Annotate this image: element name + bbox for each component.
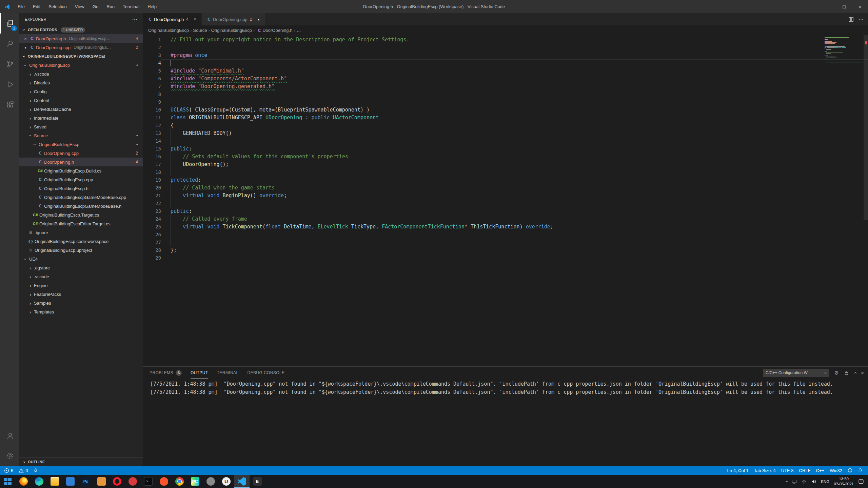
taskbar-edge[interactable]: [31, 475, 47, 488]
taskbar-pycharm[interactable]: PC: [187, 475, 203, 488]
outline-header[interactable]: › OUTLINE: [19, 457, 143, 466]
folder-OriginalBuildingEscp[interactable]: ›OriginalBuildingEscp●: [19, 140, 143, 149]
action-center-icon[interactable]: [858, 479, 864, 484]
taskbar-app-gray[interactable]: [203, 475, 218, 488]
close-button[interactable]: ×: [852, 0, 868, 13]
folder-.egstore[interactable]: ›.egstore: [19, 263, 143, 272]
panel-tab-problems[interactable]: PROBLEMS6: [150, 367, 182, 379]
status-language-mode[interactable]: C++: [813, 466, 827, 475]
breadcrumb-item[interactable]: OriginalBuildingEscp: [148, 28, 189, 33]
activity-source-control[interactable]: [0, 54, 19, 74]
file-OriginalBuildingEscp.code-workspace[interactable]: {}OriginalBuildingEscp.code-workspace: [19, 237, 143, 246]
volume-icon[interactable]: [811, 479, 816, 484]
taskbar-chrome[interactable]: [172, 475, 187, 488]
activity-explorer[interactable]: 1: [0, 13, 19, 34]
open-editor-item[interactable]: ●CDoorOpening.cppOriginalBuildingEs…2: [19, 43, 143, 52]
file-OriginalBuildingEscp.Target.cs[interactable]: C#OriginalBuildingEscp.Target.cs: [19, 210, 143, 219]
activity-accounts[interactable]: [0, 425, 19, 446]
file-DoorOpening.h[interactable]: CDoorOpening.h4: [19, 158, 143, 166]
folder-Config[interactable]: ›Config: [19, 87, 143, 96]
maximize-button[interactable]: □: [836, 0, 852, 13]
modified-dot-icon[interactable]: ●: [22, 46, 29, 49]
close-panel-icon[interactable]: ×: [861, 370, 864, 376]
file-.ignore[interactable]: ≡.ignore: [19, 228, 143, 237]
file-OriginalBuildingEscp.uproject[interactable]: ≡OriginalBuildingEscp.uproject: [19, 246, 143, 255]
file-OriginalBuildingEscp.Build.cs[interactable]: C#OriginalBuildingEscp.Build.cs: [19, 166, 143, 175]
folder-Engine[interactable]: ›Engine: [19, 281, 143, 290]
status-encoding[interactable]: UTF-8: [778, 466, 796, 475]
file-OriginalBuildingEscpEditor.Target.cs[interactable]: C#OriginalBuildingEscpEditor.Target.cs: [19, 219, 143, 228]
status-notifications[interactable]: [855, 466, 865, 475]
menu-run[interactable]: Run: [102, 0, 119, 13]
status-build-target[interactable]: Win32: [827, 466, 845, 475]
status-eol[interactable]: CRLF: [796, 466, 813, 475]
activity-run-debug[interactable]: [0, 74, 19, 95]
taskbar-folder-app[interactable]: [94, 475, 109, 488]
close-editor-icon[interactable]: ×: [22, 36, 29, 41]
open-editors-header[interactable]: › OPEN EDITORS 1 UNSAVED: [19, 25, 143, 34]
menu-file[interactable]: File: [14, 0, 29, 13]
open-editor-item[interactable]: ×CDoorOpening.hOriginalBuildingEscp…4: [19, 34, 143, 43]
maximize-panel-icon[interactable]: ›: [852, 372, 858, 374]
folder-Content[interactable]: ›Content: [19, 96, 143, 105]
folder-Templates[interactable]: ›Templates: [19, 307, 143, 316]
status-warnings[interactable]: 0: [16, 466, 31, 475]
file-OriginalBuildingEscp.cpp[interactable]: COriginalBuildingEscp.cpp: [19, 175, 143, 184]
sidebar-more-actions-icon[interactable]: ⋯: [132, 16, 138, 22]
clear-output-icon[interactable]: ⊘: [834, 370, 839, 376]
split-editor-icon[interactable]: [849, 17, 853, 22]
folder-.vscode[interactable]: ›.vscode: [19, 272, 143, 281]
editor-scrollbar[interactable]: [864, 35, 868, 220]
panel-tab-output[interactable]: OUTPUT: [191, 367, 208, 379]
status-cursor-position[interactable]: Ln 4, Col 1: [725, 466, 751, 475]
taskbar-file-explorer[interactable]: [47, 475, 62, 488]
hidden-icons-chevron-icon[interactable]: ›: [784, 481, 789, 482]
folder-Intermediate[interactable]: ›Intermediate: [19, 114, 143, 122]
folder-FeaturePacks[interactable]: ›FeaturePacks: [19, 290, 143, 299]
editor-more-actions-icon[interactable]: ⋯: [859, 17, 863, 22]
start-button[interactable]: [0, 475, 16, 488]
clock[interactable]: 13:59 07-05-2021: [834, 476, 854, 487]
activity-extensions[interactable]: [0, 95, 19, 115]
breadcrumb-item[interactable]: OriginalBuildingEscp: [211, 28, 252, 33]
modified-dot-icon[interactable]: ●: [255, 18, 261, 21]
minimap[interactable]: [825, 37, 863, 67]
status-feedback[interactable]: [845, 466, 855, 475]
file-OriginalBuildingEscpGameModeBase.cpp[interactable]: COriginalBuildingEscpGameModeBase.cpp: [19, 193, 143, 202]
panel-tab-debug-console[interactable]: DEBUG CONSOLE: [248, 367, 285, 379]
network-icon[interactable]: [791, 479, 797, 484]
menu-edit[interactable]: Edit: [29, 0, 44, 13]
folder-Source[interactable]: ›Source●: [19, 131, 143, 140]
workspace-header[interactable]: › ORIGINALBUILDINGESCP (WORKSPACE): [19, 52, 143, 61]
taskbar-terminal[interactable]: >_: [140, 475, 156, 488]
file-OriginalBuildingEscpGameModeBase.h[interactable]: COriginalBuildingEscpGameModeBase.h: [19, 202, 143, 210]
taskbar-brave[interactable]: [156, 475, 172, 488]
activity-settings[interactable]: [0, 446, 19, 466]
close-icon[interactable]: ×: [192, 17, 198, 22]
language-indicator[interactable]: ENG: [821, 480, 829, 484]
editor-surface[interactable]: 1// Fill out your copyright notice in th…: [143, 35, 868, 366]
folder-Binaries[interactable]: ›Binaries: [19, 78, 143, 87]
minimize-button[interactable]: ─: [820, 0, 836, 13]
breadcrumb-item[interactable]: CDoorOpening.h: [256, 28, 292, 33]
status-errors[interactable]: 6: [1, 466, 16, 475]
folder-.vscode[interactable]: ›.vscode: [19, 69, 143, 78]
panel-tab-terminal[interactable]: TERMINAL: [217, 367, 239, 379]
tab-DoorOpening.h[interactable]: CDoorOpening.h4×: [143, 13, 202, 25]
output-log[interactable]: [7/5/2021, 1:48:38 pm] "DoorOpening.cpp"…: [143, 379, 868, 396]
folder-OriginalBuildingEscp[interactable]: ›OriginalBuildingEscp●: [19, 61, 143, 69]
menu-terminal[interactable]: Terminal: [119, 0, 143, 13]
menu-help[interactable]: Help: [143, 0, 161, 13]
taskbar-app-red[interactable]: [125, 475, 140, 488]
folder-Samples[interactable]: ›Samples: [19, 299, 143, 307]
breadcrumb-item[interactable]: Source: [193, 28, 207, 33]
status-flame[interactable]: [31, 466, 41, 475]
file-DoorOpening.cpp[interactable]: CDoorOpening.cpp2: [19, 149, 143, 158]
file-OriginalBuildingEscp.h[interactable]: COriginalBuildingEscp.h: [19, 184, 143, 193]
activity-search[interactable]: [0, 34, 19, 54]
menu-go[interactable]: Go: [88, 0, 102, 13]
wifi-icon[interactable]: [801, 479, 807, 484]
taskbar-epic-games[interactable]: E: [250, 475, 265, 488]
menu-selection[interactable]: Selection: [44, 0, 71, 13]
taskbar-opera[interactable]: [109, 475, 125, 488]
